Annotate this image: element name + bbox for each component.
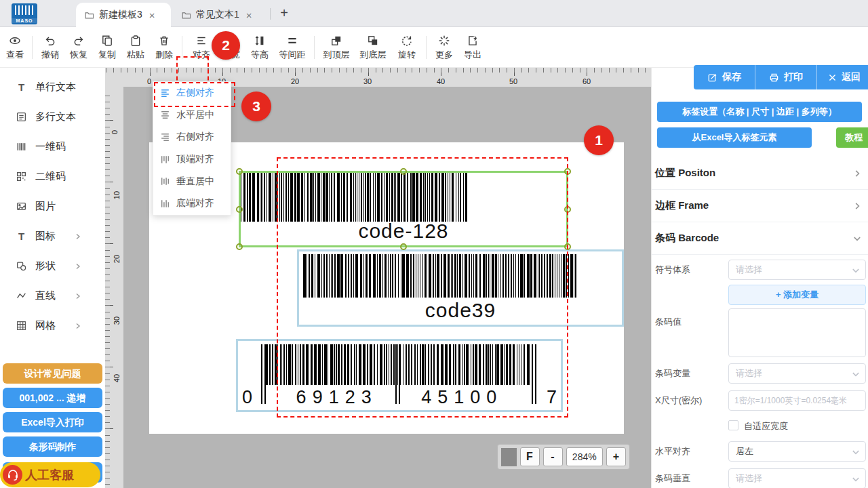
align-icon [195, 35, 208, 47]
send-to-back-button[interactable]: 到底层 [355, 30, 391, 65]
shape-icon [16, 260, 27, 272]
sidebar-item-multi-line-text[interactable]: 多行文本 [0, 102, 105, 131]
paste-icon [130, 35, 142, 47]
top-tab-bar: MASO 新建模板3 × 常见文本1 × + [0, 0, 868, 27]
barcode-text: code-128 [241, 220, 566, 243]
zoom-fit-button[interactable]: F [520, 447, 540, 466]
barcode-upc[interactable]: 0 69123 45100 7 [236, 339, 563, 412]
barcode-maker-button[interactable]: 条形码制作 [3, 436, 102, 457]
barcode-variable-select[interactable]: 请选择 [728, 363, 866, 384]
barcode-value-textarea[interactable] [728, 308, 866, 357]
undo-button[interactable]: 撤销 [36, 30, 64, 65]
selection-handle[interactable] [236, 168, 243, 175]
sidebar-item-grid[interactable]: 网格 [0, 310, 105, 340]
undo-icon [44, 35, 56, 47]
equal-height-icon [254, 35, 266, 47]
excel-import-elements-button[interactable]: 从Excel导入标签元素 [657, 127, 812, 148]
print-button[interactable]: 打印 [755, 65, 817, 89]
logo-text: MASO [12, 18, 37, 23]
toolbar-divider [182, 36, 182, 59]
chevron-right-icon [75, 260, 81, 272]
menu-item-align-vcenter[interactable]: 垂直居中 [153, 170, 231, 192]
chevron-down-icon [852, 266, 860, 274]
section-position[interactable]: 位置 Positon [652, 157, 868, 190]
logo-barcode-icon [15, 5, 34, 15]
color-swatch[interactable] [501, 448, 517, 466]
close-icon [828, 73, 837, 82]
sidebar-item-label-icon[interactable]: T 图标 [0, 221, 105, 251]
selection-handle[interactable] [400, 168, 407, 175]
menu-item-align-top[interactable]: 顶端对齐 [153, 148, 231, 171]
element-sidebar: T 单行文本 多行文本 一维码 二维码 图片 T 图标 形状 [0, 68, 105, 488]
bring-to-front-icon [330, 35, 342, 47]
x-dimension-input[interactable] [728, 390, 866, 411]
align-vertical-center-icon [160, 176, 170, 186]
view-button[interactable]: 查看 [1, 30, 28, 65]
save-button[interactable]: 保存 [694, 65, 755, 89]
rotate-button[interactable]: 旋转 [391, 30, 422, 65]
x-dimension-label: X尺寸(密尔) [655, 390, 702, 411]
align-right-icon [160, 132, 170, 142]
section-barcode[interactable]: 条码 Barcode [652, 222, 868, 255]
new-tab-button[interactable]: + [275, 5, 293, 22]
selection-handle[interactable] [400, 243, 407, 250]
copy-button[interactable]: 复制 [93, 30, 121, 65]
horizontal-align-label: 水平对齐 [655, 441, 690, 462]
section-frame[interactable]: 边框 Frame [652, 190, 868, 222]
equal-spacing-button[interactable]: 等间距 [274, 30, 311, 65]
sidebar-item-shape[interactable]: 形状 [0, 251, 105, 281]
redo-icon [73, 35, 85, 47]
equal-height-button[interactable]: 等高 [245, 30, 274, 65]
barcode-code39[interactable]: code39 [297, 249, 624, 327]
copy-icon [101, 35, 113, 47]
more-button[interactable]: 更多 [430, 30, 458, 65]
bring-to-front-button[interactable]: 到顶层 [318, 30, 355, 65]
delete-button[interactable]: 删除 [150, 30, 178, 65]
tab-template-3[interactable]: 新建模板3 × [76, 3, 171, 27]
export-icon [467, 35, 479, 47]
increment-button[interactable]: 001,002 ... 递增 [3, 388, 102, 408]
sidebar-item-1d-barcode[interactable]: 一维码 [0, 131, 105, 161]
selection-handle[interactable] [236, 206, 243, 213]
sidebar-item-line[interactable]: 直线 [0, 281, 105, 310]
tab-close-icon[interactable]: × [148, 9, 157, 21]
selection-handle[interactable] [564, 206, 571, 213]
fit-width-checkbox[interactable] [728, 420, 738, 430]
sidebar-item-qr-code[interactable]: 二维码 [0, 161, 105, 191]
excel-import-print-button[interactable]: Excel导入打印 [3, 412, 102, 432]
sidebar-item-single-line-text[interactable]: T 单行文本 [0, 72, 105, 102]
sidebar-item-image[interactable]: 图片 [0, 191, 105, 221]
zoom-in-button[interactable]: + [606, 447, 626, 466]
align-left-icon [160, 88, 170, 98]
menu-item-align-right[interactable]: 右侧对齐 [153, 126, 231, 148]
label-settings-button[interactable]: 标签设置（名称 | 尺寸 | 边距 | 多列等） [657, 102, 862, 122]
barcode-label-designer: { "topbar": { "logo": "MASO", "tabs": [ … [0, 0, 868, 488]
zoom-level: 284% [566, 447, 604, 466]
selection-handle[interactable] [564, 243, 571, 250]
paste-button[interactable]: 粘贴 [121, 30, 150, 65]
selection-handle[interactable] [564, 168, 571, 175]
qrcode-icon [16, 171, 27, 182]
menu-item-align-hcenter[interactable]: 水平居中 [153, 104, 231, 127]
add-variable-button[interactable]: + 添加变量 [728, 285, 866, 305]
tab-close-icon[interactable]: × [245, 9, 254, 21]
toolbar: 查看 撤销 恢复 复制 粘贴 删除 对齐 等宽 [0, 27, 868, 68]
menu-item-align-bottom[interactable]: 底端对齐 [153, 192, 231, 215]
tutorial-button[interactable]: 教程 [836, 127, 868, 148]
selection-handle[interactable] [236, 243, 243, 250]
app-logo[interactable]: MASO [12, 3, 37, 24]
export-button[interactable]: 导出 [458, 30, 487, 65]
zoom-out-button[interactable]: - [543, 447, 563, 466]
more-icon [438, 35, 450, 47]
horizontal-align-select[interactable]: 居左 [728, 441, 866, 462]
menu-item-align-left[interactable]: 左侧对齐 [153, 82, 231, 104]
back-button[interactable]: 返回 [817, 65, 868, 89]
customer-service-button[interactable]: 人工客服 [0, 462, 100, 487]
design-faq-button[interactable]: 设计常见问题 [3, 363, 102, 384]
symbology-select[interactable]: 请选择 [728, 260, 866, 280]
barcode-code128[interactable]: code-128 [239, 171, 568, 247]
multiline-text-icon [16, 111, 27, 123]
redo-button[interactable]: 恢复 [64, 30, 93, 65]
barcode-vertical-select[interactable]: 请选择 [728, 468, 866, 488]
tab-common-text-1[interactable]: 常见文本1 × [173, 3, 267, 27]
